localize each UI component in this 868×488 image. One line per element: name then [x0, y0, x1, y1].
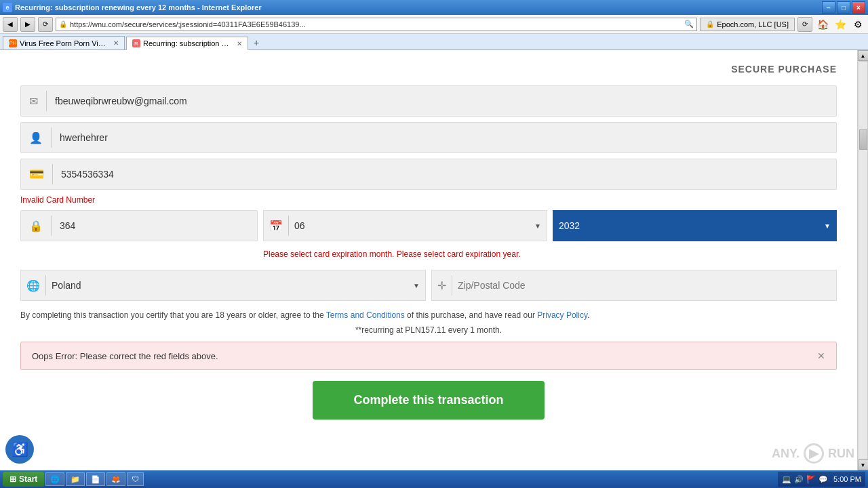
- refresh-btn2[interactable]: ⟳: [797, 17, 812, 32]
- complete-transaction-button[interactable]: Complete this transaction: [313, 381, 544, 420]
- month-dropdown-icon: ▼: [534, 222, 541, 230]
- lock-icon: 🔒: [29, 220, 43, 232]
- country-zip-row: 🌐 Poland United States Germany France Un…: [20, 270, 837, 301]
- security-label: Epoch.com, LLC [US]: [717, 20, 789, 28]
- tray-flag-icon: 🚩: [806, 475, 816, 484]
- expiry-error: Please select card expiration month. Ple…: [263, 249, 837, 259]
- taskbar-folder-icon: 📁: [71, 475, 80, 484]
- year-dropdown-icon: ▼: [824, 222, 831, 230]
- tab-favicon-recurring: R: [132, 39, 140, 47]
- tab-pornhub[interactable]: PH Virus Free Porn Porn Videos | Po... ✕: [3, 36, 125, 49]
- globe-icon: 🌐: [26, 279, 40, 292]
- address-bar: ◀ ▶ ⟳ 🔒 https://wnu.com/secure/services/…: [0, 15, 868, 34]
- main-content: SECURE PURCHASE ✉ fbeuweqibrwreubw@gmail…: [0, 50, 857, 470]
- anyrun-text2: RUN: [828, 447, 854, 461]
- tab-recurring[interactable]: R Recurring: subscription rene... ✕: [126, 37, 248, 50]
- anyrun-logo: ANY. ▶ RUN: [772, 443, 854, 464]
- tab-label-recurring: Recurring: subscription rene...: [143, 39, 231, 47]
- error-banner: Oops Error: Please correct the red field…: [20, 342, 837, 370]
- tab-close-ph[interactable]: ✕: [113, 39, 119, 47]
- zip-field: ✛: [431, 270, 837, 301]
- taskbar-ie-icon: 🌐: [50, 475, 60, 484]
- error-banner-text: Oops Error: Please correct the red field…: [32, 351, 218, 361]
- refresh-button[interactable]: ⟳: [38, 17, 53, 32]
- scroll-thumb[interactable]: [859, 129, 867, 150]
- taskbar-docs-icon: 📄: [91, 475, 100, 484]
- field-divider-card: [52, 164, 53, 184]
- back-button[interactable]: ◀: [3, 17, 18, 32]
- taskbar-firefox[interactable]: 🦊: [106, 472, 125, 486]
- card-icon: 💳: [29, 167, 44, 182]
- expiry-year-select[interactable]: 2032 2024 2025 2026 2027 2028 2029 2030 …: [559, 220, 818, 231]
- badge-lock-icon: 🔒: [706, 20, 714, 28]
- tray-network-icon: 💻: [782, 475, 791, 484]
- anyrun-play-icon: ▶: [804, 443, 824, 464]
- secure-purchase-title: SECURE PURCHASE: [20, 64, 837, 75]
- email-value[interactable]: fbeuweqibrwreubw@gmail.com: [55, 96, 828, 106]
- field-divider-country: [45, 275, 46, 296]
- field-divider-zip: [452, 275, 452, 296]
- home-icon[interactable]: 🏠: [815, 17, 830, 32]
- taskbar-folder[interactable]: 📁: [66, 472, 85, 486]
- scrollbar-right[interactable]: ▲ ▼: [857, 50, 868, 470]
- taskbar-docs[interactable]: 📄: [86, 472, 105, 486]
- close-button[interactable]: ×: [852, 1, 865, 14]
- scroll-track[interactable]: [859, 61, 868, 460]
- start-label: Start: [19, 474, 37, 484]
- tab-bar: PH Virus Free Porn Porn Videos | Po... ✕…: [0, 34, 868, 50]
- taskbar-shield-icon: 🛡: [132, 475, 139, 483]
- country-field: 🌐 Poland United States Germany France Un…: [20, 270, 426, 301]
- card-number-field: 💳 5354536334: [20, 159, 837, 190]
- tray-notification-icon: 💬: [818, 475, 828, 484]
- country-dropdown-icon: ▼: [413, 282, 420, 289]
- url-bar[interactable]: https://wnu.com/secure/services/;jsessio…: [70, 20, 682, 28]
- error-banner-close[interactable]: ✕: [817, 350, 825, 361]
- taskbar-shield[interactable]: 🛡: [127, 472, 144, 486]
- accessibility-button[interactable]: ♿: [5, 435, 34, 464]
- card-number-value[interactable]: 5354536334: [61, 169, 828, 180]
- terms-text: By completing this transaction you certi…: [20, 309, 837, 321]
- start-button[interactable]: ⊞ Start: [3, 472, 44, 487]
- invalid-card-error: Invalid Card Number: [20, 195, 837, 205]
- field-divider-cvv: [51, 216, 52, 236]
- username-value[interactable]: hwerhehrer: [60, 132, 828, 143]
- crosshair-icon: ✛: [437, 279, 446, 292]
- security-badge: 🔒 Epoch.com, LLC [US]: [700, 18, 795, 31]
- taskbar: ⊞ Start 🌐 📁 📄 🦊 🛡 💻 🔊 🚩 💬 5:00 PM: [0, 470, 868, 488]
- email-field: ✉ fbeuweqibrwreubw@gmail.com: [20, 85, 837, 117]
- forward-button[interactable]: ▶: [20, 17, 35, 32]
- title-bar: e Recurring: subscription renewing every…: [0, 0, 868, 15]
- zip-input[interactable]: [458, 280, 831, 291]
- scroll-down-button[interactable]: ▼: [858, 460, 869, 470]
- tab-label-ph: Virus Free Porn Porn Videos | Po...: [20, 39, 108, 47]
- minimize-button[interactable]: −: [822, 1, 835, 14]
- anyrun-text: ANY.: [772, 447, 800, 461]
- country-select[interactable]: Poland United States Germany France Unit…: [52, 280, 408, 291]
- tab-close-recurring[interactable]: ✕: [237, 40, 242, 47]
- field-divider-email: [46, 91, 47, 111]
- recurring-text: **recurring at PLN157.11 every 1 month.: [20, 325, 837, 335]
- accessibility-icon: ♿: [12, 441, 28, 458]
- expiry-month-select[interactable]: 06 0102030405 070809101112: [294, 220, 529, 231]
- calendar-icon: 📅: [269, 220, 283, 232]
- tab-favicon-ph: PH: [9, 39, 17, 47]
- time-display: 5:00 PM: [833, 475, 861, 483]
- field-divider-month: [288, 216, 289, 236]
- restore-button[interactable]: □: [837, 1, 850, 14]
- terms-link[interactable]: Terms and Conditions: [326, 310, 405, 320]
- username-field: 👤 hwerhehrer: [20, 122, 837, 153]
- taskbar-ie[interactable]: 🌐: [45, 472, 64, 486]
- cvv-field: 🔒 364: [20, 210, 258, 241]
- scroll-up-button[interactable]: ▲: [858, 50, 869, 61]
- user-icon: 👤: [29, 131, 43, 144]
- search-icon[interactable]: 🔍: [684, 20, 694, 28]
- ie-icon: e: [3, 3, 12, 12]
- tray-volume-icon: 🔊: [794, 475, 804, 484]
- cvv-value[interactable]: 364: [60, 220, 249, 231]
- taskbar-tray: 💻 🔊 🚩 💬 5:00 PM: [778, 472, 865, 487]
- favorites-icon[interactable]: ⭐: [833, 17, 848, 32]
- settings-icon[interactable]: ⚙: [850, 17, 865, 32]
- new-tab-button[interactable]: +: [250, 36, 263, 49]
- field-divider-user: [51, 127, 52, 148]
- privacy-link[interactable]: Privacy Policy: [537, 310, 587, 320]
